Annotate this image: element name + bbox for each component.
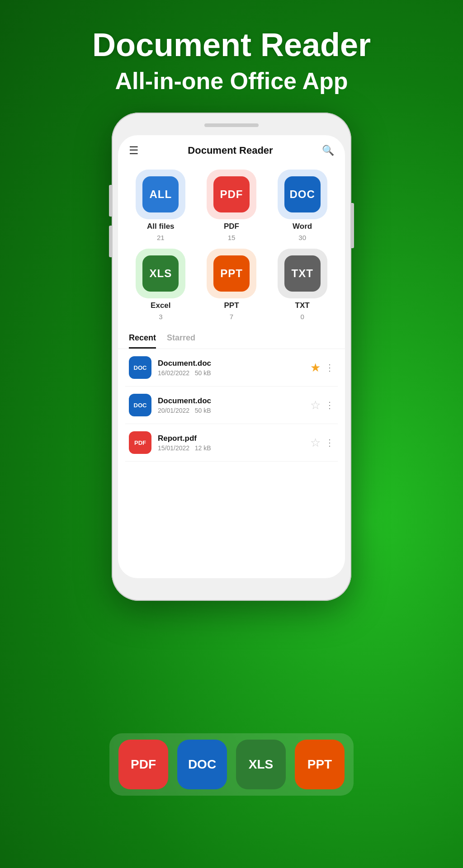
file-list-type-icon: DOC <box>129 394 151 416</box>
banner-icon-pdf[interactable]: PDF <box>118 740 168 789</box>
file-list-info: Document.doc 20/01/2022 50 kB <box>158 396 310 414</box>
more-options-icon[interactable]: ⋮ <box>325 437 334 448</box>
file-list: DOC Document.doc 16/02/2022 50 kB ★ ⋮ DO… <box>118 349 345 462</box>
file-type-pdf[interactable]: PDF PDF 15 <box>200 170 264 241</box>
bottom-banner: PDFDOCXLSPPT <box>109 733 354 796</box>
notch-bar <box>204 123 259 127</box>
hamburger-icon[interactable]: ☰ <box>129 144 139 157</box>
hero-section: Document Reader All-in-one Office App <box>0 0 463 108</box>
phone-body: ☰ Document Reader 🔍 ALL All files 21 PDF… <box>112 113 351 601</box>
phone-screen: ☰ Document Reader 🔍 ALL All files 21 PDF… <box>118 135 345 578</box>
file-icon-wrapper-all: ALL <box>136 170 185 219</box>
file-name: Report.pdf <box>158 434 310 443</box>
tabs-row: Recent Starred <box>118 328 345 349</box>
file-icon-wrapper-xls: XLS <box>136 249 185 298</box>
file-icon-wrapper-ppt: PPT <box>207 249 256 298</box>
file-icon-doc: DOC <box>284 176 321 212</box>
more-options-icon[interactable]: ⋮ <box>325 362 334 373</box>
app-title: Document Reader <box>188 145 273 156</box>
file-icon-txt: TXT <box>284 255 321 292</box>
star-empty-icon[interactable]: ☆ <box>310 436 321 450</box>
file-icon-xls: XLS <box>142 255 179 292</box>
banner-icon-ppt[interactable]: PPT <box>295 740 345 789</box>
file-type-count-txt: 0 <box>300 313 304 321</box>
file-meta: 20/01/2022 50 kB <box>158 407 310 414</box>
file-type-doc[interactable]: DOC Word 30 <box>270 170 334 241</box>
file-type-label-pdf: PDF <box>224 222 239 231</box>
star-empty-icon[interactable]: ☆ <box>310 398 321 412</box>
file-actions: ☆ ⋮ <box>310 398 334 412</box>
file-list-item[interactable]: PDF Report.pdf 15/01/2022 12 kB ☆ ⋮ <box>125 424 338 462</box>
file-type-label-txt: TXT <box>295 301 310 310</box>
file-type-label-xls: Excel <box>151 301 170 310</box>
file-type-txt[interactable]: TXT TXT 0 <box>270 249 334 321</box>
hero-title: Document Reader <box>0 27 463 63</box>
file-type-count-doc: 30 <box>298 234 306 241</box>
file-type-count-ppt: 7 <box>230 313 233 321</box>
more-options-icon[interactable]: ⋮ <box>325 400 334 410</box>
file-icon-wrapper-pdf: PDF <box>207 170 256 219</box>
file-actions: ★ ⋮ <box>310 361 334 375</box>
file-type-grid: ALL All files 21 PDF PDF 15 DOC Word 30 … <box>118 162 345 328</box>
file-type-all[interactable]: ALL All files 21 <box>129 170 193 241</box>
file-list-item[interactable]: DOC Document.doc 16/02/2022 50 kB ★ ⋮ <box>125 349 338 387</box>
file-meta: 15/01/2022 12 kB <box>158 444 310 452</box>
volume-button-up <box>109 185 112 217</box>
bottom-fade <box>118 542 345 578</box>
file-type-count-xls: 3 <box>159 313 162 321</box>
banner-icon-doc[interactable]: DOC <box>177 740 227 789</box>
file-icon-all: ALL <box>142 176 179 212</box>
file-type-label-ppt: PPT <box>224 301 239 310</box>
file-list-info: Report.pdf 15/01/2022 12 kB <box>158 434 310 452</box>
power-button <box>351 203 354 248</box>
file-type-label-all: All files <box>147 222 174 231</box>
search-icon[interactable]: 🔍 <box>322 145 334 156</box>
top-bar: ☰ Document Reader 🔍 <box>118 135 345 162</box>
file-actions: ☆ ⋮ <box>310 436 334 450</box>
file-list-item[interactable]: DOC Document.doc 20/01/2022 50 kB ☆ ⋮ <box>125 387 338 424</box>
file-type-ppt[interactable]: PPT PPT 7 <box>200 249 264 321</box>
file-type-count-pdf: 15 <box>228 234 236 241</box>
volume-button-down <box>109 226 112 257</box>
star-filled-icon[interactable]: ★ <box>310 361 321 375</box>
file-name: Document.doc <box>158 359 310 368</box>
file-type-count-all: 21 <box>157 234 165 241</box>
file-type-label-doc: Word <box>293 222 312 231</box>
file-list-type-icon: DOC <box>129 356 151 379</box>
file-icon-wrapper-txt: TXT <box>278 249 327 298</box>
file-list-type-icon: PDF <box>129 431 151 454</box>
file-icon-wrapper-doc: DOC <box>278 170 327 219</box>
tab-recent[interactable]: Recent <box>129 333 156 349</box>
tab-starred[interactable]: Starred <box>167 333 195 349</box>
file-meta: 16/02/2022 50 kB <box>158 369 310 377</box>
file-name: Document.doc <box>158 396 310 406</box>
file-type-xls[interactable]: XLS Excel 3 <box>129 249 193 321</box>
phone-notch <box>118 119 345 132</box>
phone-mockup: ☰ Document Reader 🔍 ALL All files 21 PDF… <box>0 113 463 601</box>
file-icon-ppt: PPT <box>213 255 250 292</box>
hero-subtitle: All-in-one Office App <box>0 67 463 94</box>
file-list-info: Document.doc 16/02/2022 50 kB <box>158 359 310 377</box>
file-icon-pdf: PDF <box>213 176 250 212</box>
banner-icon-xls[interactable]: XLS <box>236 740 286 789</box>
